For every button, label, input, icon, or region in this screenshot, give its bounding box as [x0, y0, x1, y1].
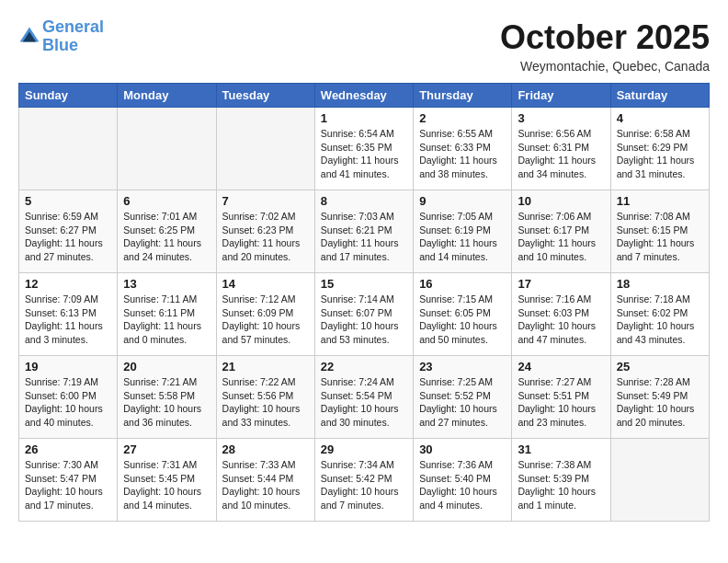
day-info: Sunrise: 7:09 AM Sunset: 6:13 PM Dayligh…: [25, 293, 111, 347]
day-info: Sunrise: 7:28 AM Sunset: 5:49 PM Dayligh…: [617, 375, 703, 430]
calendar-cell: 3Sunrise: 6:56 AM Sunset: 6:31 PM Daylig…: [512, 108, 610, 190]
calendar-cell: 13Sunrise: 7:11 AM Sunset: 6:11 PM Dayli…: [118, 273, 216, 356]
logo: General Blue: [18, 18, 104, 55]
calendar-cell: 21Sunrise: 7:22 AM Sunset: 5:56 PM Dayli…: [216, 356, 314, 439]
day-info: Sunrise: 7:31 AM Sunset: 5:45 PM Dayligh…: [123, 458, 210, 512]
day-header-wednesday: Wednesday: [314, 84, 413, 108]
day-number: 1: [321, 111, 407, 125]
calendar-cell: 1Sunrise: 6:54 AM Sunset: 6:35 PM Daylig…: [314, 108, 413, 190]
calendar-cell: 23Sunrise: 7:25 AM Sunset: 5:52 PM Dayli…: [414, 356, 512, 439]
day-number: 8: [321, 194, 407, 208]
day-number: 22: [321, 360, 407, 373]
day-info: Sunrise: 7:01 AM Sunset: 6:25 PM Dayligh…: [123, 210, 210, 264]
days-header-row: SundayMondayTuesdayWednesdayThursdayFrid…: [19, 84, 710, 108]
calendar-cell: 9Sunrise: 7:05 AM Sunset: 6:19 PM Daylig…: [414, 190, 512, 273]
day-number: 5: [25, 194, 111, 208]
week-row-1: 1Sunrise: 6:54 AM Sunset: 6:35 PM Daylig…: [19, 108, 710, 190]
title-block: October 2025 Weymontachie, Quebec, Canad…: [500, 18, 710, 74]
logo-icon: [18, 26, 40, 48]
day-info: Sunrise: 7:22 AM Sunset: 5:56 PM Dayligh…: [222, 375, 309, 430]
calendar-cell: 29Sunrise: 7:34 AM Sunset: 5:42 PM Dayli…: [314, 439, 413, 522]
day-info: Sunrise: 7:15 AM Sunset: 6:05 PM Dayligh…: [419, 293, 506, 347]
day-header-thursday: Thursday: [414, 84, 512, 108]
day-info: Sunrise: 6:59 AM Sunset: 6:27 PM Dayligh…: [25, 210, 111, 264]
week-row-5: 26Sunrise: 7:30 AM Sunset: 5:47 PM Dayli…: [19, 439, 710, 522]
calendar-cell: 31Sunrise: 7:38 AM Sunset: 5:39 PM Dayli…: [512, 439, 610, 522]
day-info: Sunrise: 7:12 AM Sunset: 6:09 PM Dayligh…: [222, 293, 309, 347]
day-number: 27: [123, 442, 210, 456]
day-number: 17: [518, 277, 604, 291]
header: General Blue October 2025 Weymontachie, …: [18, 18, 710, 74]
day-info: Sunrise: 7:18 AM Sunset: 6:02 PM Dayligh…: [617, 293, 703, 347]
calendar-cell: 15Sunrise: 7:14 AM Sunset: 6:07 PM Dayli…: [314, 273, 413, 356]
day-number: 7: [222, 194, 309, 208]
logo-text: General Blue: [42, 18, 104, 55]
day-info: Sunrise: 7:25 AM Sunset: 5:52 PM Dayligh…: [419, 375, 506, 430]
day-number: 20: [123, 360, 210, 373]
month-title: October 2025: [500, 18, 710, 57]
day-number: 30: [419, 442, 506, 456]
day-number: 6: [123, 194, 210, 208]
calendar-cell: 26Sunrise: 7:30 AM Sunset: 5:47 PM Dayli…: [19, 439, 118, 522]
day-info: Sunrise: 7:34 AM Sunset: 5:42 PM Dayligh…: [321, 458, 407, 512]
week-row-4: 19Sunrise: 7:19 AM Sunset: 6:00 PM Dayli…: [19, 356, 710, 439]
day-header-tuesday: Tuesday: [216, 84, 314, 108]
day-number: 3: [518, 111, 604, 125]
day-number: 2: [419, 111, 506, 125]
day-info: Sunrise: 7:06 AM Sunset: 6:17 PM Dayligh…: [518, 210, 604, 264]
calendar-cell: 10Sunrise: 7:06 AM Sunset: 6:17 PM Dayli…: [512, 190, 610, 273]
day-info: Sunrise: 7:02 AM Sunset: 6:23 PM Dayligh…: [222, 210, 309, 264]
calendar-cell: [118, 108, 216, 190]
day-number: 9: [419, 194, 506, 208]
calendar-cell: 16Sunrise: 7:15 AM Sunset: 6:05 PM Dayli…: [414, 273, 512, 356]
day-number: 21: [222, 360, 309, 373]
day-number: 16: [419, 277, 506, 291]
day-number: 10: [518, 194, 604, 208]
day-info: Sunrise: 6:58 AM Sunset: 6:29 PM Dayligh…: [617, 127, 703, 181]
week-row-2: 5Sunrise: 6:59 AM Sunset: 6:27 PM Daylig…: [19, 190, 710, 273]
page-container: General Blue October 2025 Weymontachie, …: [0, 0, 728, 531]
calendar-cell: 8Sunrise: 7:03 AM Sunset: 6:21 PM Daylig…: [314, 190, 413, 273]
day-number: 4: [617, 111, 703, 125]
day-info: Sunrise: 6:56 AM Sunset: 6:31 PM Dayligh…: [518, 127, 604, 181]
calendar-cell: [610, 439, 709, 522]
day-number: 18: [617, 277, 703, 291]
day-header-monday: Monday: [118, 84, 216, 108]
day-number: 26: [25, 442, 111, 456]
day-number: 13: [123, 277, 210, 291]
day-number: 23: [419, 360, 506, 373]
day-info: Sunrise: 7:21 AM Sunset: 5:58 PM Dayligh…: [123, 375, 210, 430]
calendar-cell: 5Sunrise: 6:59 AM Sunset: 6:27 PM Daylig…: [19, 190, 118, 273]
day-info: Sunrise: 7:16 AM Sunset: 6:03 PM Dayligh…: [518, 293, 604, 347]
day-info: Sunrise: 7:19 AM Sunset: 6:00 PM Dayligh…: [25, 375, 111, 430]
day-number: 14: [222, 277, 309, 291]
calendar-cell: 19Sunrise: 7:19 AM Sunset: 6:00 PM Dayli…: [19, 356, 118, 439]
day-info: Sunrise: 7:08 AM Sunset: 6:15 PM Dayligh…: [617, 210, 703, 264]
day-info: Sunrise: 7:38 AM Sunset: 5:39 PM Dayligh…: [518, 458, 604, 512]
day-header-saturday: Saturday: [610, 84, 709, 108]
calendar: SundayMondayTuesdayWednesdayThursdayFrid…: [18, 83, 710, 522]
day-info: Sunrise: 7:14 AM Sunset: 6:07 PM Dayligh…: [321, 293, 407, 347]
day-info: Sunrise: 7:24 AM Sunset: 5:54 PM Dayligh…: [321, 375, 407, 430]
calendar-cell: 4Sunrise: 6:58 AM Sunset: 6:29 PM Daylig…: [610, 108, 709, 190]
day-number: 12: [25, 277, 111, 291]
day-info: Sunrise: 7:30 AM Sunset: 5:47 PM Dayligh…: [25, 458, 111, 512]
day-info: Sunrise: 7:03 AM Sunset: 6:21 PM Dayligh…: [321, 210, 407, 264]
calendar-cell: 25Sunrise: 7:28 AM Sunset: 5:49 PM Dayli…: [610, 356, 709, 439]
day-header-friday: Friday: [512, 84, 610, 108]
calendar-cell: 27Sunrise: 7:31 AM Sunset: 5:45 PM Dayli…: [118, 439, 216, 522]
week-row-3: 12Sunrise: 7:09 AM Sunset: 6:13 PM Dayli…: [19, 273, 710, 356]
day-number: 19: [25, 360, 111, 373]
day-number: 11: [617, 194, 703, 208]
calendar-cell: 24Sunrise: 7:27 AM Sunset: 5:51 PM Dayli…: [512, 356, 610, 439]
location: Weymontachie, Quebec, Canada: [500, 59, 710, 74]
calendar-cell: 11Sunrise: 7:08 AM Sunset: 6:15 PM Dayli…: [610, 190, 709, 273]
calendar-cell: 20Sunrise: 7:21 AM Sunset: 5:58 PM Dayli…: [118, 356, 216, 439]
day-info: Sunrise: 7:27 AM Sunset: 5:51 PM Dayligh…: [518, 375, 604, 430]
day-number: 31: [518, 442, 604, 456]
calendar-cell: 28Sunrise: 7:33 AM Sunset: 5:44 PM Dayli…: [216, 439, 314, 522]
calendar-cell: 30Sunrise: 7:36 AM Sunset: 5:40 PM Dayli…: [414, 439, 512, 522]
day-number: 24: [518, 360, 604, 373]
day-info: Sunrise: 6:54 AM Sunset: 6:35 PM Dayligh…: [321, 127, 407, 181]
calendar-cell: 12Sunrise: 7:09 AM Sunset: 6:13 PM Dayli…: [19, 273, 118, 356]
